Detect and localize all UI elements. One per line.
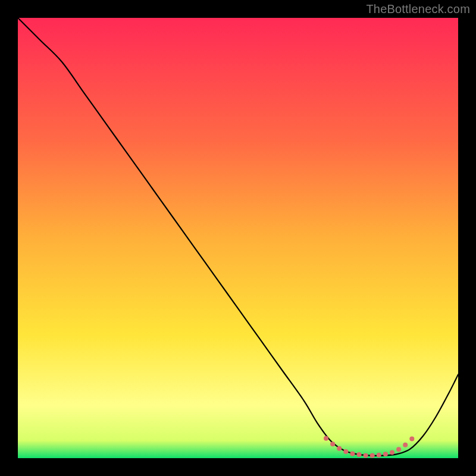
minimum-marker: [364, 453, 368, 458]
minimum-marker: [324, 436, 328, 441]
minimum-marker: [409, 436, 414, 441]
watermark-text: TheBottleneck.com: [366, 2, 470, 16]
minimum-marker: [337, 446, 342, 451]
gradient-background: [18, 18, 458, 458]
minimum-marker: [350, 452, 355, 456]
minimum-marker: [396, 447, 401, 452]
minimum-marker: [390, 450, 394, 455]
chart-canvas: TheBottleneck.com: [0, 0, 476, 476]
minimum-marker: [403, 443, 408, 447]
chart-svg: [18, 18, 458, 458]
minimum-marker: [330, 441, 335, 446]
plot-area: [18, 18, 458, 458]
minimum-marker: [383, 452, 388, 456]
minimum-marker: [357, 452, 362, 457]
minimum-marker: [370, 453, 375, 458]
minimum-marker: [343, 449, 348, 454]
minimum-marker: [377, 453, 381, 458]
